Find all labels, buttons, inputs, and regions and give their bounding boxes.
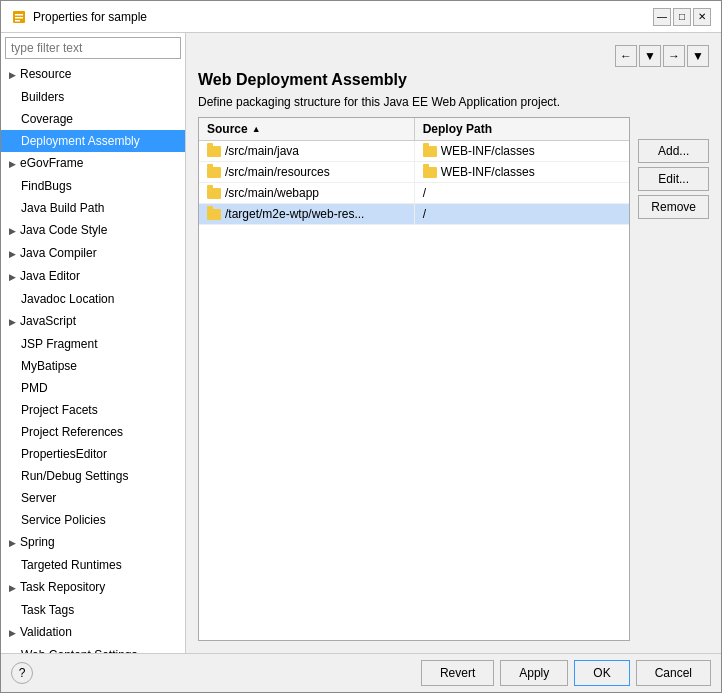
sidebar-item-findbugs[interactable]: FindBugs [1, 175, 185, 197]
sidebar-item-coverage[interactable]: Coverage [1, 108, 185, 130]
apply-button[interactable]: Apply [500, 660, 568, 686]
bottom-bar: ? Revert Apply OK Cancel [1, 653, 721, 692]
deployment-table: Source ▲ Deploy Path /src/main/java WEB-… [198, 117, 630, 641]
source-column-header: Source ▲ [199, 118, 415, 140]
sidebar-item-egovframe[interactable]: ▶eGovFrame [1, 152, 185, 175]
cancel-button[interactable]: Cancel [636, 660, 711, 686]
close-button[interactable]: ✕ [693, 8, 711, 26]
panel-description: Define packaging structure for this Java… [198, 95, 709, 109]
dialog-body: ▶ResourceBuildersCoverageDeployment Asse… [1, 33, 721, 653]
sidebar-item-jsp-fragment[interactable]: JSP Fragment [1, 333, 185, 355]
forward-button[interactable]: → [663, 45, 685, 67]
left-panel: ▶ResourceBuildersCoverageDeployment Asse… [1, 33, 186, 653]
deploy-path-cell: WEB-INF/classes [415, 141, 630, 161]
minimize-button[interactable]: — [653, 8, 671, 26]
sidebar-item-java-code-style[interactable]: ▶Java Code Style [1, 219, 185, 242]
remove-button[interactable]: Remove [638, 195, 709, 219]
sidebar-item-resource[interactable]: ▶Resource [1, 63, 185, 86]
source-cell: /src/main/resources [199, 162, 415, 182]
folder-icon [423, 167, 437, 178]
properties-icon [11, 9, 27, 25]
sidebar-item-builders[interactable]: Builders [1, 86, 185, 108]
sidebar-item-javascript[interactable]: ▶JavaScript [1, 310, 185, 333]
sidebar-item-validation[interactable]: ▶Validation [1, 621, 185, 644]
folder-icon [207, 146, 221, 157]
source-cell: /target/m2e-wtp/web-res... [199, 204, 415, 224]
expand-arrow-icon: ▶ [9, 313, 16, 331]
expand-arrow-icon: ▶ [9, 155, 16, 173]
table-row[interactable]: /target/m2e-wtp/web-res... / [199, 204, 629, 225]
back-button[interactable]: ← [615, 45, 637, 67]
content-area: Source ▲ Deploy Path /src/main/java WEB-… [198, 117, 709, 641]
sidebar-item-mybatipse[interactable]: MyBatipse [1, 355, 185, 377]
forward-dropdown-button[interactable]: ▼ [687, 45, 709, 67]
table-row[interactable]: /src/main/java WEB-INF/classes [199, 141, 629, 162]
sidebar-item-task-tags[interactable]: Task Tags [1, 599, 185, 621]
table-row[interactable]: /src/main/resources WEB-INF/classes [199, 162, 629, 183]
sidebar-item-task-repository[interactable]: ▶Task Repository [1, 576, 185, 599]
expand-arrow-icon: ▶ [9, 245, 16, 263]
filter-input[interactable] [5, 37, 181, 59]
sidebar-item-project-facets[interactable]: Project Facets [1, 399, 185, 421]
svg-rect-2 [15, 17, 23, 19]
add-button[interactable]: Add... [638, 139, 709, 163]
sidebar-item-web-content-settings[interactable]: Web Content Settings [1, 644, 185, 653]
maximize-button[interactable]: □ [673, 8, 691, 26]
sidebar-item-spring[interactable]: ▶Spring [1, 531, 185, 554]
svg-rect-1 [15, 14, 23, 16]
dialog-window: Properties for sample — □ ✕ ▶ResourceBui… [0, 0, 722, 693]
folder-icon [207, 209, 221, 220]
back-dropdown-button[interactable]: ▼ [639, 45, 661, 67]
right-panel: ← ▼ → ▼ Web Deployment Assembly Define p… [186, 33, 721, 653]
bottom-right-buttons: Revert Apply OK Cancel [421, 660, 711, 686]
table-body: /src/main/java WEB-INF/classes /src/main… [199, 141, 629, 640]
sidebar-item-properties-editor[interactable]: PropertiesEditor [1, 443, 185, 465]
sidebar-item-server[interactable]: Server [1, 487, 185, 509]
deploy-path-cell: WEB-INF/classes [415, 162, 630, 182]
svg-rect-3 [15, 20, 20, 22]
action-buttons: Add... Edit... Remove [638, 117, 709, 641]
sidebar-item-project-references[interactable]: Project References [1, 421, 185, 443]
revert-button[interactable]: Revert [421, 660, 494, 686]
expand-arrow-icon: ▶ [9, 624, 16, 642]
nav-list: ▶ResourceBuildersCoverageDeployment Asse… [1, 63, 185, 653]
toolbar-area: ← ▼ → ▼ [198, 45, 709, 67]
edit-button[interactable]: Edit... [638, 167, 709, 191]
expand-arrow-icon: ▶ [9, 534, 16, 552]
sidebar-item-javadoc-location[interactable]: Javadoc Location [1, 288, 185, 310]
dialog-title: Properties for sample [33, 10, 147, 24]
deploy-path-cell: / [415, 204, 630, 224]
expand-arrow-icon: ▶ [9, 222, 16, 240]
table-header: Source ▲ Deploy Path [199, 118, 629, 141]
source-cell: /src/main/java [199, 141, 415, 161]
expand-arrow-icon: ▶ [9, 579, 16, 597]
sidebar-item-service-policies[interactable]: Service Policies [1, 509, 185, 531]
title-bar: Properties for sample — □ ✕ [1, 1, 721, 33]
sidebar-item-deployment-assembly[interactable]: Deployment Assembly [1, 130, 185, 152]
folder-icon [423, 146, 437, 157]
expand-arrow-icon: ▶ [9, 268, 16, 286]
help-button[interactable]: ? [11, 662, 33, 684]
title-bar-left: Properties for sample [11, 9, 147, 25]
ok-button[interactable]: OK [574, 660, 629, 686]
deploy-path-cell: / [415, 183, 630, 203]
sidebar-item-java-editor[interactable]: ▶Java Editor [1, 265, 185, 288]
sidebar-item-java-compiler[interactable]: ▶Java Compiler [1, 242, 185, 265]
panel-title: Web Deployment Assembly [198, 71, 709, 89]
title-controls: — □ ✕ [653, 8, 711, 26]
sidebar-item-pmd[interactable]: PMD [1, 377, 185, 399]
sidebar-item-java-build-path[interactable]: Java Build Path [1, 197, 185, 219]
folder-icon [207, 167, 221, 178]
deploy-path-column-header: Deploy Path [415, 118, 630, 140]
sort-arrow-icon: ▲ [252, 124, 261, 134]
source-cell: /src/main/webapp [199, 183, 415, 203]
folder-icon [207, 188, 221, 199]
table-row[interactable]: /src/main/webapp / [199, 183, 629, 204]
sidebar-item-run-debug-settings[interactable]: Run/Debug Settings [1, 465, 185, 487]
expand-arrow-icon: ▶ [9, 66, 16, 84]
sidebar-item-targeted-runtimes[interactable]: Targeted Runtimes [1, 554, 185, 576]
